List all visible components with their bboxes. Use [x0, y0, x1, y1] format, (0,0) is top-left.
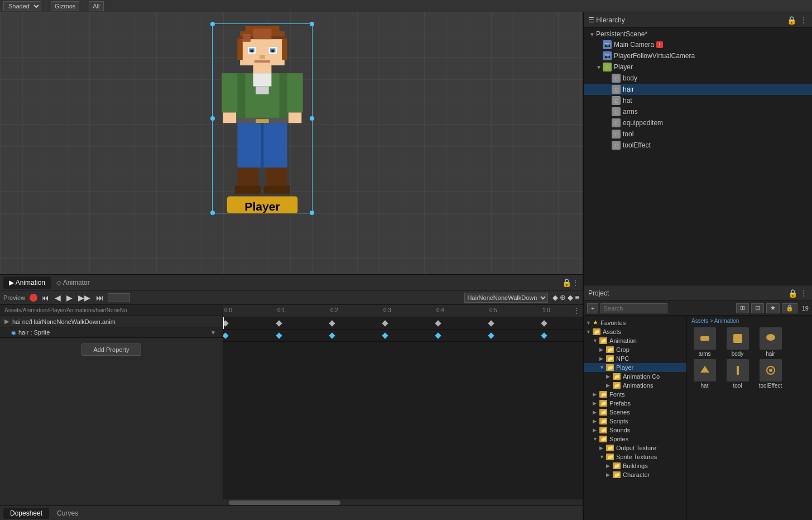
proj-scripts[interactable]: ▶ 📁 Scripts: [584, 417, 686, 426]
hier-item-hair[interactable]: ◻ hair: [584, 84, 812, 95]
svg-rect-5: [282, 39, 287, 60]
svg-rect-33: [263, 186, 290, 194]
main-camera-label: Main Camera: [614, 41, 654, 49]
hier-item-main-camera[interactable]: 📷 Main Camera !: [584, 39, 812, 50]
shading-mode-select[interactable]: Shaded: [3, 1, 41, 11]
panel-more-btn[interactable]: ⋮: [571, 278, 579, 287]
tab-animation[interactable]: ▶ Animation: [3, 276, 51, 289]
hier-item-arms[interactable]: ◻ arms: [584, 106, 812, 117]
proj-fonts[interactable]: ▶ 📁 Fonts: [584, 390, 686, 399]
player-container[interactable]: Player: [212, 23, 313, 213]
project-more-btn[interactable]: ⋮: [800, 289, 808, 298]
project-fav-btn[interactable]: ★: [766, 303, 780, 313]
proj-animations[interactable]: ▶ 📁 Animations: [584, 381, 686, 390]
tab-animator[interactable]: ◇ Animator: [51, 276, 95, 289]
asset-hair-icon: [760, 327, 782, 350]
timeline-scrollbar[interactable]: [223, 499, 583, 505]
hierarchy-header: ☰ Hierarchy 🔒 ⋮: [584, 12, 812, 28]
anim-clip-row[interactable]: ▶ hai ne/HairNoneNoneWalkDown.anim: [0, 316, 223, 327]
panel-lock-btn[interactable]: 🔒: [562, 278, 571, 287]
kf-2-1: [223, 332, 229, 338]
hier-item-player[interactable]: ▼ ◻ Player: [584, 61, 812, 73]
play-btn[interactable]: ▶: [65, 293, 74, 302]
asset-tool[interactable]: tool: [722, 359, 753, 389]
record-button[interactable]: [30, 294, 37, 302]
proj-crop[interactable]: ▶ 📁 Crop: [584, 345, 686, 354]
asset-arms[interactable]: arms: [689, 327, 720, 357]
last-frame-btn[interactable]: ⏭: [94, 293, 105, 302]
svg-rect-28: [223, 112, 236, 123]
hier-scene-root[interactable]: ▼ PersistentScene*: [584, 29, 812, 39]
proj-sounds[interactable]: ▶ 📁 Sounds: [584, 426, 686, 435]
project-search-input[interactable]: [600, 303, 667, 313]
project-lock-btn[interactable]: 🔒: [788, 289, 797, 298]
proj-assets-root[interactable]: ▼ 📁 Assets: [584, 327, 686, 336]
animation-name-select[interactable]: HairNoneNoneWalkDown: [464, 293, 548, 303]
asset-tooleffect[interactable]: toolEffect: [755, 359, 786, 389]
proj-buildings[interactable]: ▶ 📁 Buildings: [584, 461, 686, 470]
asset-hat[interactable]: hat: [689, 359, 720, 389]
svg-rect-31: [266, 168, 287, 189]
hat-icon: ◻: [612, 96, 621, 105]
scrollbar-thumb[interactable]: [229, 500, 340, 505]
key-add-btn[interactable]: ⊕: [560, 293, 566, 302]
svg-rect-27: [287, 73, 303, 112]
proj-sprites[interactable]: ▼ 📁 Sprites: [584, 435, 686, 443]
project-tree: ▼ ★ Favorites ▼ 📁 Assets ▼ 📁 Animati: [584, 316, 687, 520]
track-sprite-icon: ◉: [11, 330, 16, 336]
anim-track-row[interactable]: ◉ hair : Sprite ▼: [0, 327, 223, 338]
add-property-button[interactable]: Add Property: [81, 344, 141, 356]
hier-item-follow-camera[interactable]: 📷 PlayerFollowVirtualCamera: [584, 50, 812, 61]
key-left-btn[interactable]: ◆: [552, 293, 558, 302]
animco-folder-icon: 📁: [613, 373, 621, 380]
prefabs-arrow: ▶: [593, 400, 599, 406]
anim-folder-arrow: ▼: [593, 338, 599, 344]
proj-sprite-textures[interactable]: ▼ 📁 Sprite Textures: [584, 452, 686, 461]
proj-scenes[interactable]: ▶ 📁 Scenes: [584, 408, 686, 417]
equipped-label: equippeditem: [623, 119, 663, 127]
all-btn[interactable]: All: [89, 1, 103, 11]
hierarchy-more-btn[interactable]: ⋮: [800, 16, 808, 25]
gizmos-btn[interactable]: Gizmos: [51, 1, 79, 11]
main-layout: Player ▶ Animation ◇ Animator 🔒: [0, 12, 812, 520]
project-list-btn[interactable]: ⊟: [751, 303, 764, 313]
timeline-more-btn[interactable]: ⋮: [573, 306, 580, 315]
animations-label: Animations: [623, 382, 653, 389]
proj-player-folder[interactable]: ▼ 📁 Player: [584, 363, 686, 372]
clip-name: hai ne/HairNoneNoneWalkDown.anim: [12, 318, 116, 325]
kf-1-4: [382, 320, 388, 326]
asset-body[interactable]: body: [722, 327, 753, 357]
time-input[interactable]: 0: [108, 293, 130, 302]
timeline-cursor[interactable]: [223, 317, 224, 329]
proj-npc[interactable]: ▶ 📁 NPC: [584, 354, 686, 363]
crop-folder-icon: 📁: [606, 346, 614, 353]
project-grid-btn[interactable]: ⊞: [736, 303, 749, 313]
proj-favorites[interactable]: ▼ ★ Favorites: [584, 318, 686, 327]
hier-item-tooleffect[interactable]: ◻ toolEffect: [584, 140, 812, 151]
hier-item-body[interactable]: ◻ body: [584, 73, 812, 84]
bottom-tabs: Dopesheet Curves: [0, 505, 583, 520]
key-right-btn[interactable]: ◆: [568, 293, 573, 302]
project-add-btn[interactable]: +: [587, 303, 598, 313]
hier-item-tool[interactable]: ◻ tool: [584, 128, 812, 140]
asset-hair[interactable]: hair: [755, 327, 786, 357]
hier-item-equippeditem[interactable]: ◻ equippeditem: [584, 117, 812, 128]
proj-animation[interactable]: ▼ 📁 Animation: [584, 336, 686, 345]
scene-area[interactable]: Player: [0, 12, 583, 274]
timeline-tracks[interactable]: [223, 317, 583, 499]
prev-frame-btn[interactable]: ◀: [53, 293, 63, 302]
hierarchy-lock-btn[interactable]: 🔒: [787, 16, 796, 25]
proj-output-tex[interactable]: ▶ 📁 Output Texture:: [584, 443, 686, 452]
svg-point-42: [769, 369, 772, 372]
hier-item-hat[interactable]: ◻ hat: [584, 95, 812, 106]
scenes-label: Scenes: [609, 409, 630, 416]
proj-prefabs[interactable]: ▶ 📁 Prefabs: [584, 399, 686, 408]
proj-character[interactable]: ▶ 📁 Character: [584, 470, 686, 479]
key-menu-btn[interactable]: ≡: [575, 293, 579, 302]
tab-curves[interactable]: Curves: [50, 508, 85, 519]
proj-animco[interactable]: ▶ 📁 Animation Co: [584, 372, 686, 381]
first-frame-btn[interactable]: ⏮: [40, 293, 51, 302]
next-frame-btn[interactable]: ▶▶: [76, 293, 92, 302]
tab-dopesheet[interactable]: Dopesheet: [3, 508, 49, 519]
project-lock2-btn[interactable]: 🔒: [782, 303, 797, 313]
